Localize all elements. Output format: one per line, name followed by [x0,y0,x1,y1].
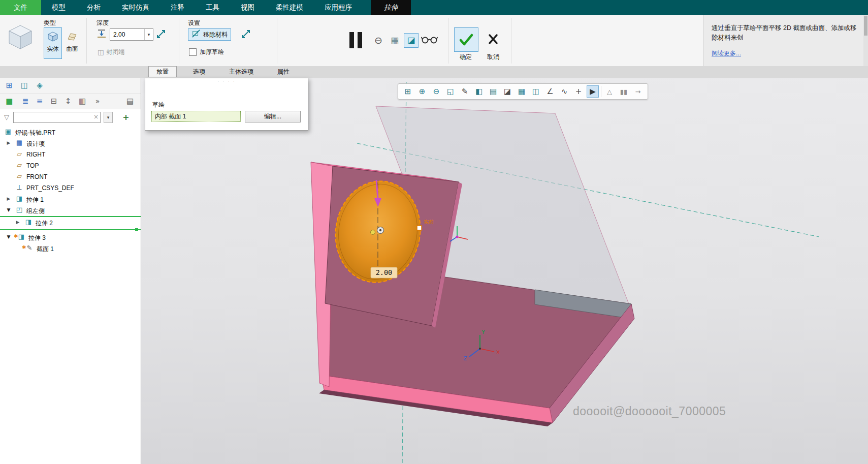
tree-item-label[interactable]: 拉伸 2 [36,219,53,228]
tree-item-extrude-3[interactable]: ▼ ∗ ◨ 拉伸 3 [0,232,141,243]
expand-all-icon[interactable]: ≣ [19,96,31,107]
tree-item-front-plane[interactable]: ▱ FRONT [0,171,141,182]
tab-properties[interactable]: 属性 [270,66,297,77]
search-options-caret-icon[interactable]: ▾ [104,112,113,123]
feature-preview-button[interactable]: ◪ [404,33,419,48]
tree-item-csys[interactable]: ⊥ PRT_CSYS_DEF [0,182,141,194]
tree-item-label[interactable]: RIGHT [26,151,45,158]
clear-search-icon[interactable]: × [93,114,99,120]
display-style-icon[interactable]: ◧ [473,85,485,98]
surface-button[interactable]: 曲面 [63,27,81,59]
flip-depth-direction-button[interactable] [156,29,168,40]
group-by-icon[interactable]: ⊟ [48,96,60,107]
tree-settings-icon[interactable]: ▤ [124,96,136,107]
tree-item-section-1[interactable]: ∗ ✎ 截面 1 [0,243,141,254]
analysis-icon[interactable]: △ [603,85,616,98]
favorites-icon[interactable]: ◈ [34,80,46,91]
solid-button[interactable]: 实体 [44,27,62,59]
unattached-preview-button[interactable]: ▦ [388,34,401,47]
sketch-reference-field[interactable] [151,111,241,122]
depth-value-combobox[interactable]: 2.00 ▾ [110,28,153,41]
zoom-out-icon[interactable]: ⊖ [430,85,442,98]
tree-item-extrude-1[interactable]: ▶ ◨ 拉伸 1 [0,194,141,205]
read-more-link[interactable]: 阅读更多... [712,49,741,58]
tree-item-group-left[interactable]: ▼ ◰ 组左侧 [0,205,141,217]
exit-icon[interactable]: → [632,85,644,98]
tab-placement[interactable]: 放置 [148,66,177,77]
tab-options[interactable]: 选项 [185,66,213,77]
graphics-viewport[interactable]: 实前 2.00 Y X Z ⊞ [141,78,868,464]
menu-tab-live-sim[interactable]: 实时仿真 [111,0,160,15]
model-tree-icon[interactable]: ⊞ [3,80,15,91]
menu-tab-applications[interactable]: 应用程序 [314,0,363,15]
tree-item-extrude-2[interactable]: ▶ ◨ 拉伸 2 [0,217,141,228]
panel-grip-icon[interactable]: · · · · [145,78,308,84]
columns-icon[interactable]: ▥ [76,96,88,107]
insert-locator-handle[interactable] [135,228,138,231]
tab-body-options[interactable]: 主体选项 [221,66,261,77]
snap-point[interactable] [371,230,375,235]
tree-item-label[interactable]: 截面 1 [37,245,54,254]
menu-tab-analysis[interactable]: 分析 [76,0,111,15]
sort-icon[interactable]: ↕ [62,96,74,107]
pause-feature-button[interactable] [349,32,363,48]
zoom-window-icon[interactable]: ⊞ [402,85,414,98]
menu-tab-model[interactable]: 模型 [41,0,76,15]
layer-tree-icon[interactable]: ◫ [18,80,30,91]
no-preview-button[interactable]: ⊖ [372,34,384,46]
view-manager-icon[interactable]: ◫ [530,85,542,98]
tree-item-label[interactable]: PRT_CSYS_DEF [26,184,74,192]
capture-icon[interactable]: ▦ [516,85,528,98]
verify-glasses-button[interactable] [421,35,438,46]
show-items-icon[interactable]: ■ [3,96,15,107]
menu-tab-tools[interactable]: 工具 [195,0,230,15]
cancel-button[interactable] [481,27,505,51]
tree-item-label[interactable]: 拉伸 1 [26,196,44,204]
help-scrollbar-thumb[interactable] [864,16,867,36]
zoom-in-icon[interactable]: ⊕ [416,85,428,98]
expander-icon[interactable]: ▶ [15,220,20,225]
expander-icon[interactable]: ▼ [6,208,11,212]
depth-dimension-value[interactable]: 2.00 [376,268,393,276]
more-tools-icon[interactable]: » [91,96,104,107]
add-filter-icon[interactable]: + [121,112,131,123]
tree-item-top-plane[interactable]: ▱ TOP [0,160,141,171]
tree-search-input[interactable] [13,112,101,123]
expander-icon[interactable]: ▶ [6,197,11,201]
menu-tab-file[interactable]: 文件 [0,0,41,15]
tree-item-right-plane[interactable]: ▱ RIGHT [0,149,141,160]
tree-item-label[interactable]: 组左侧 [26,207,45,215]
perspective-icon[interactable]: ◪ [501,85,513,98]
refit-icon[interactable]: ◱ [444,85,457,98]
tree-item-label[interactable]: 焊锡-转轴.PRT [15,129,55,137]
insert-locator[interactable] [0,228,141,232]
drag-handle[interactable] [417,226,422,230]
menu-tab-extrude-active[interactable]: 拉伸 [371,0,411,15]
collapse-all-icon[interactable]: ≡ [34,96,46,107]
saved-views-icon[interactable]: ▤ [487,85,499,98]
tree-item-label[interactable]: 设计项 [26,140,45,148]
spin-center-icon[interactable]: + [572,85,585,98]
tree-item-label[interactable]: TOP [26,162,39,169]
menu-tab-annotate[interactable]: 注释 [160,0,195,15]
menu-tab-view[interactable]: 视图 [230,0,265,15]
depth-combo-caret-icon[interactable]: ▾ [144,29,153,40]
datum-display-icon[interactable]: ∠ [544,85,556,98]
pause-icon[interactable]: ▮▮ [618,85,630,98]
thicken-sketch-checkbox[interactable] [189,48,197,56]
tree-item-design-items[interactable]: ▶ ▦ 设计项 [0,138,141,149]
flip-material-side-button[interactable] [241,29,253,40]
annotation-display-icon[interactable]: ∿ [558,85,570,98]
menu-tab-flex-modeling[interactable]: 柔性建模 [265,0,314,15]
expander-icon[interactable]: ▼ [6,235,11,239]
thicken-sketch-option[interactable]: 加厚草绘 [189,48,224,56]
tree-item-label[interactable]: FRONT [26,173,47,180]
tree-item-part[interactable]: ▣ 焊锡-转轴.PRT [0,127,141,138]
repaint-icon[interactable]: ✎ [459,85,471,98]
remove-material-button[interactable]: 移除材料 [188,28,231,41]
tree-item-label[interactable]: 拉伸 3 [28,234,46,242]
expander-icon[interactable]: ▶ [6,141,11,145]
help-scrollbar[interactable] [863,15,868,66]
selection-filter-icon[interactable]: ▶ [587,85,599,98]
edit-sketch-button[interactable]: 编辑... [245,111,301,122]
